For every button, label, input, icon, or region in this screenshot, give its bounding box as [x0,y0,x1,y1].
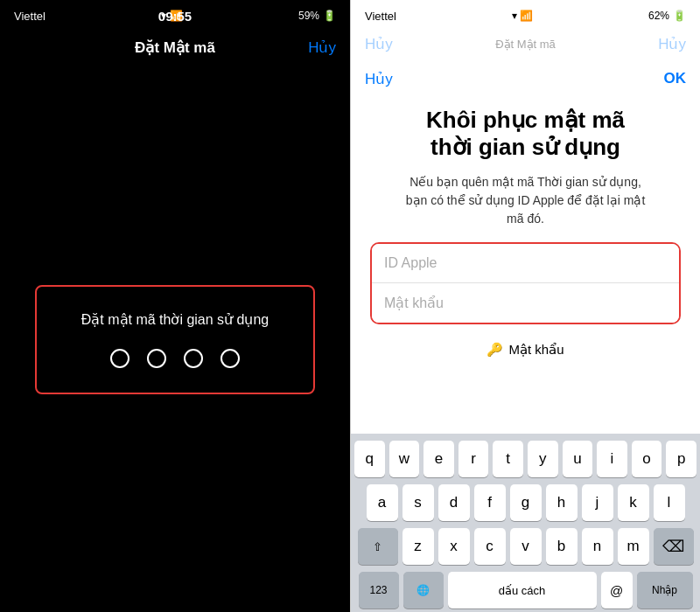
key-q[interactable]: q [354,441,385,477]
key-k[interactable]: k [618,484,649,521]
phone-left: Viettel ▾ 📶 09:55 59% 🔋 Đặt Mật mã Hủy Đ… [0,0,350,612]
key-x[interactable]: x [438,528,470,565]
key-v[interactable]: v [510,528,542,565]
key-z[interactable]: z [402,528,434,565]
password-field[interactable]: Mật khẩu [372,283,679,323]
nav-title-left: Đặt Mật mã [135,38,215,57]
passcode-area: Đặt mật mã thời gian sử dụng [0,66,350,612]
credentials-box: ID Apple Mật khẩu [370,242,681,324]
recover-description: Nếu bạn quên mật mã Thời gian sử dụng,bạ… [402,173,649,228]
key-row-3: ⇧ z x c v b n m ⌫ [354,528,696,565]
key-n[interactable]: n [582,528,613,565]
globe-key[interactable]: 🌐 [403,572,444,609]
ok-button-right[interactable]: OK [664,70,687,87]
key-row-1: q w e r t y u i o p [354,441,696,477]
passcode-box: Đặt mật mã thời gian sử dụng [35,285,315,394]
phone-right: Viettel ▾ 📶 09:25 62% 🔋 Hủy Đặt Mật mã H… [350,0,700,612]
battery-right: 62% 🔋 [648,10,686,22]
time-left: 09:55 [158,9,192,24]
key-r[interactable]: r [458,441,489,477]
key-o[interactable]: o [632,441,662,477]
passcode-dot-2[interactable] [147,349,166,368]
return-key[interactable]: Nhập [637,572,693,609]
passcode-dots [110,349,240,368]
cancel-button-right[interactable]: Hủy [365,70,393,88]
battery-icon-left: 🔋 [323,10,336,22]
battery-icon-right: 🔋 [673,10,686,22]
cancel-button-left[interactable]: Hủy [308,38,336,57]
apple-id-field[interactable]: ID Apple [372,244,679,283]
nav-bar-left: Đặt Mật mã Hủy [0,28,350,66]
delete-key[interactable]: ⌫ [654,528,694,565]
space-key[interactable]: dấu cách [448,572,597,609]
cancel-faded: Hủy [365,35,393,53]
password-suggestion[interactable]: 🔑 Mật khẩu [486,333,564,363]
key-j[interactable]: j [582,484,613,521]
recover-content: Khôi phục mật mãthời gian sử dụng Nếu bạ… [351,98,700,363]
status-bar-left: Viettel ▾ 📶 09:55 59% 🔋 [0,0,350,28]
nav-bar-right: Hủy OK [351,59,700,98]
key-row-2: a s d f g h j k l [354,484,696,521]
recover-title: Khôi phục mật mãthời gian sử dụng [426,107,625,161]
key-m[interactable]: m [618,528,649,565]
key-d[interactable]: d [438,484,470,521]
at-key[interactable]: @ [601,572,633,609]
password-suggestion-label: Mật khẩu [508,342,564,358]
key-u[interactable]: u [563,441,593,477]
key-a[interactable]: a [367,484,398,521]
ok-faded: Hủy [658,35,686,53]
key-f[interactable]: f [474,484,506,521]
passcode-dot-3[interactable] [184,349,203,368]
key-e[interactable]: e [424,441,454,477]
passcode-label: Đặt mật mã thời gian sử dụng [81,311,270,328]
key-g[interactable]: g [510,484,542,521]
passcode-dot-1[interactable] [110,349,130,368]
battery-text-left: 59% [298,10,319,22]
keyboard: q w e r t y u i o p a s d f g h j k l ⇧ … [351,434,700,612]
numbers-key[interactable]: 123 [359,572,399,609]
key-c[interactable]: c [474,528,506,565]
passcode-dot-4[interactable] [220,349,240,368]
key-b[interactable]: b [546,528,578,565]
key-y[interactable]: y [528,441,558,477]
password-placeholder: Mật khẩu [384,296,444,310]
key-row-4: 123 🌐 dấu cách @ Nhập [354,572,696,609]
carrier-right: Viettel [365,10,396,23]
title-faded: Đặt Mật mã [495,38,556,51]
key-h[interactable]: h [546,484,578,521]
nav-bar-right-faded: Hủy Đặt Mật mã Hủy [351,28,700,59]
apple-id-placeholder: ID Apple [384,255,437,270]
key-l[interactable]: l [654,484,685,521]
key-w[interactable]: w [389,441,420,477]
key-icon: 🔑 [486,342,503,358]
wifi-icon-right: ▾ 📶 [512,10,533,22]
battery-text-right: 62% [648,10,669,22]
status-bar-right: Viettel ▾ 📶 09:25 62% 🔋 [351,0,700,28]
key-s[interactable]: s [402,484,434,521]
key-i[interactable]: i [597,441,627,477]
shift-key[interactable]: ⇧ [358,528,398,565]
battery-left: 59% 🔋 [298,10,336,22]
key-t[interactable]: t [493,441,523,477]
key-p[interactable]: p [666,441,696,477]
carrier-left: Viettel [14,10,46,23]
